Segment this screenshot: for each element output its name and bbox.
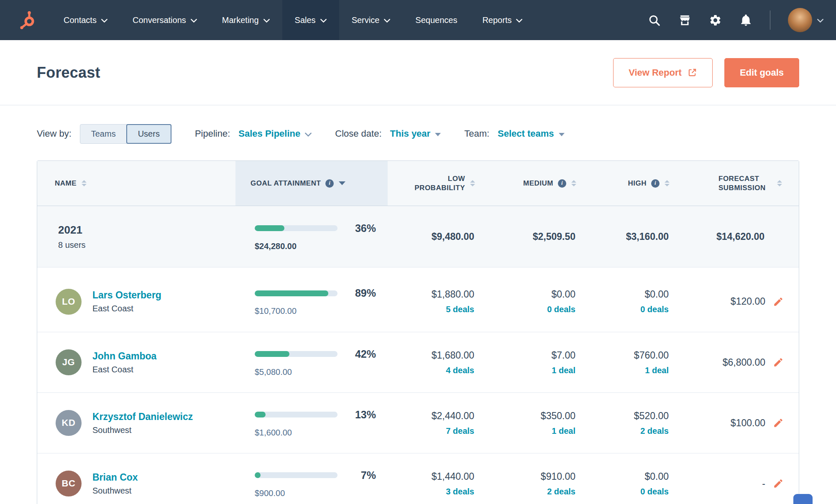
summary-users-count: 8 users bbox=[58, 240, 235, 250]
search-icon[interactable] bbox=[648, 14, 661, 27]
page-header: Forecast View Report Edit goals bbox=[0, 40, 836, 105]
goal-percent: 42% bbox=[344, 348, 376, 360]
column-label: LOW PROBABILITY bbox=[412, 174, 465, 192]
table-row: JG John Gamboa East Coast 42% $5,080.00 … bbox=[37, 332, 799, 392]
sort-icon bbox=[777, 180, 782, 186]
goal-progress-track bbox=[255, 351, 337, 357]
goal-progress-track bbox=[255, 472, 337, 478]
info-icon[interactable] bbox=[651, 179, 660, 188]
info-icon[interactable] bbox=[558, 179, 566, 188]
nav-item-marketing[interactable]: Marketing bbox=[210, 0, 282, 40]
table-row: LO Lars Osterberg East Coast 89% $10,700… bbox=[37, 271, 799, 332]
medium-deals-link[interactable]: 1 deal bbox=[552, 426, 575, 436]
edit-goals-button[interactable]: Edit goals bbox=[724, 58, 799, 87]
edit-forecast-pencil-icon[interactable] bbox=[773, 357, 784, 368]
user-name-link[interactable]: Krzysztof Danielewicz bbox=[92, 411, 193, 422]
edit-forecast-pencil-icon[interactable] bbox=[773, 417, 784, 428]
medium-deals-link[interactable]: 2 deals bbox=[547, 487, 575, 496]
close-date-select[interactable]: This year bbox=[390, 128, 441, 139]
low-deals-link[interactable]: 4 deals bbox=[446, 366, 474, 375]
user-name-link[interactable]: Lars Osterberg bbox=[92, 290, 161, 300]
close-date-value: This year bbox=[390, 128, 431, 139]
view-by-toggle: Teams Users bbox=[80, 124, 171, 144]
forecast-page: Contacts Conversations Marketing Sales S… bbox=[0, 0, 836, 504]
close-date-label: Close date: bbox=[335, 128, 381, 139]
high-deals-link[interactable]: 0 deals bbox=[640, 487, 669, 496]
chevron-down-icon bbox=[384, 19, 390, 23]
high-value: $520.00 bbox=[634, 410, 669, 422]
settings-icon[interactable] bbox=[709, 14, 722, 27]
low-probability-value: $2,440.00 bbox=[432, 410, 474, 422]
user-name-link[interactable]: Brian Cox bbox=[92, 472, 138, 483]
low-probability-value: $1,440.00 bbox=[432, 471, 474, 482]
forecast-submission-value: $6,800.00 bbox=[723, 357, 765, 368]
goal-progress-fill bbox=[255, 290, 328, 296]
column-header-name[interactable]: NAME bbox=[37, 161, 235, 206]
hubspot-logo[interactable] bbox=[0, 0, 51, 40]
users-toggle-button[interactable]: Users bbox=[126, 124, 171, 144]
table-row: KD Krzysztof Danielewicz Southwest 13% $… bbox=[37, 392, 799, 453]
low-deals-link[interactable]: 5 deals bbox=[446, 305, 474, 314]
nav-item-label: Reports bbox=[482, 15, 511, 25]
teams-toggle-button[interactable]: Teams bbox=[80, 124, 127, 144]
goal-percent: 89% bbox=[344, 287, 376, 299]
medium-value: $350.00 bbox=[541, 410, 575, 422]
medium-deals-link[interactable]: 0 deals bbox=[547, 305, 575, 314]
medium-deals-link[interactable]: 1 deal bbox=[552, 366, 575, 375]
column-label: MEDIUM bbox=[523, 179, 553, 188]
account-menu[interactable] bbox=[788, 8, 823, 32]
low-probability-value: $1,680.00 bbox=[432, 350, 474, 361]
avatar-initials: KD bbox=[62, 417, 76, 428]
chat-launcher[interactable] bbox=[793, 494, 813, 504]
nav-right-tools bbox=[648, 0, 836, 40]
nav-item-label: Sales bbox=[295, 15, 316, 25]
account-caret-icon bbox=[817, 19, 823, 23]
low-deals-link[interactable]: 7 deals bbox=[446, 426, 474, 436]
user-team-label: East Coast bbox=[92, 365, 156, 374]
nav-item-service[interactable]: Service bbox=[339, 0, 403, 40]
nav-item-sequences[interactable]: Sequences bbox=[403, 0, 470, 40]
column-header-forecast-submission[interactable]: FORECAST SUBMISSION bbox=[675, 161, 799, 206]
team-value: Select teams bbox=[498, 128, 554, 139]
column-header-low-probability[interactable]: LOW PROBABILITY bbox=[388, 161, 481, 206]
column-label: HIGH bbox=[628, 179, 647, 188]
column-header-goal-attainment[interactable]: GOAL ATTAINMENT bbox=[235, 161, 388, 206]
user-team-label: Southwest bbox=[92, 486, 138, 496]
nav-item-reports[interactable]: Reports bbox=[470, 0, 535, 40]
high-deals-link[interactable]: 1 deal bbox=[645, 366, 669, 375]
medium-value: $910.00 bbox=[541, 471, 575, 482]
low-deals-link[interactable]: 3 deals bbox=[446, 487, 474, 496]
team-select[interactable]: Select teams bbox=[498, 128, 565, 139]
page-title: Forecast bbox=[37, 64, 100, 81]
table-header-row: NAME GOAL ATTAINMENT LOW PROBABILITY MED… bbox=[37, 161, 799, 206]
goal-progress-track bbox=[255, 225, 337, 231]
nav-divider bbox=[770, 10, 770, 30]
forecast-submission-value: $14,620.00 bbox=[716, 231, 764, 242]
view-report-label: View Report bbox=[629, 67, 682, 78]
high-deals-link[interactable]: 2 deals bbox=[640, 426, 669, 436]
avatar-initials: LO bbox=[62, 296, 75, 307]
column-header-high[interactable]: HIGH bbox=[582, 161, 675, 206]
view-report-button[interactable]: View Report bbox=[613, 58, 713, 87]
filter-bar: View by: Teams Users Pipeline: Sales Pip… bbox=[0, 123, 836, 145]
nav-item-conversations[interactable]: Conversations bbox=[120, 0, 210, 40]
goal-progress-fill bbox=[255, 225, 284, 231]
goal-progress-fill bbox=[255, 351, 289, 357]
marketplace-icon[interactable] bbox=[678, 14, 691, 27]
pipeline-label: Pipeline: bbox=[195, 128, 230, 139]
pipeline-select[interactable]: Sales Pipeline bbox=[238, 128, 312, 139]
nav-item-sales[interactable]: Sales bbox=[282, 0, 339, 40]
user-name-link[interactable]: John Gamboa bbox=[92, 351, 156, 361]
forecast-submission-value: $120.00 bbox=[731, 296, 765, 307]
nav-item-contacts[interactable]: Contacts bbox=[51, 0, 120, 40]
column-header-medium[interactable]: MEDIUM bbox=[481, 161, 582, 206]
notifications-icon[interactable] bbox=[739, 14, 752, 27]
view-by-label: View by: bbox=[37, 128, 72, 139]
info-icon[interactable] bbox=[325, 179, 334, 188]
edit-forecast-pencil-icon[interactable] bbox=[773, 296, 784, 307]
user-avatar: KD bbox=[56, 410, 82, 436]
high-deals-link[interactable]: 0 deals bbox=[640, 305, 669, 314]
column-label: GOAL ATTAINMENT bbox=[251, 179, 321, 188]
edit-forecast-pencil-icon[interactable] bbox=[773, 478, 784, 489]
goal-progress-fill bbox=[255, 412, 266, 417]
